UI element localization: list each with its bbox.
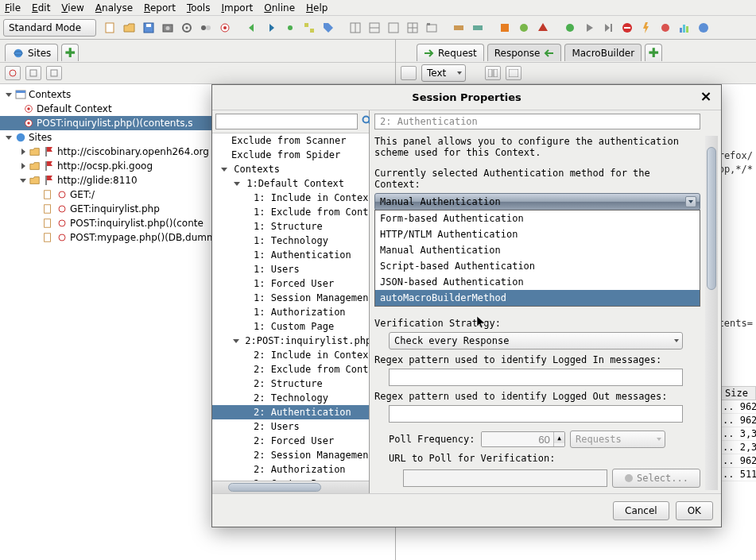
menu-edit[interactable]: Edit (32, 2, 50, 14)
select-button[interactable]: Select... (612, 469, 700, 488)
stop-block-icon[interactable] (619, 20, 635, 36)
layout-4-icon[interactable] (405, 20, 421, 36)
menu-import[interactable]: Import (221, 2, 253, 14)
tree-item[interactable]: 2: Technology (212, 391, 369, 405)
expander-icon[interactable] (19, 148, 27, 156)
auth-method-combo[interactable]: Manual Authentication (374, 193, 700, 210)
record-red-icon[interactable] (657, 20, 673, 36)
view-mode-select[interactable]: Text (421, 64, 466, 82)
context-export-icon[interactable] (46, 66, 62, 80)
dropdown-option[interactable]: Manual Authentication (375, 242, 700, 258)
menu-report[interactable]: Report (144, 2, 176, 14)
tree-item[interactable]: 1: Users (212, 262, 369, 276)
tree-item-selected[interactable]: 2: Authentication (212, 405, 369, 419)
tree-item-ctx2[interactable]: 2:POST:inquirylist.php( (212, 334, 369, 348)
tree-item[interactable]: 1: Session Managemen (212, 291, 369, 305)
split-single-icon[interactable] (506, 66, 521, 80)
spinner-down-icon[interactable]: ▾ (553, 443, 564, 447)
tree-item-ctx1[interactable]: 1:Default Context (212, 176, 369, 191)
new-session-icon[interactable] (103, 20, 118, 36)
target-icon[interactable] (217, 20, 233, 36)
addon-green-icon[interactable] (516, 20, 532, 36)
layout-2-icon[interactable] (366, 20, 382, 36)
dialog-titlebar[interactable]: Session Properties × (212, 85, 721, 110)
bolt-icon[interactable] (638, 20, 654, 36)
menu-file[interactable]: File (5, 2, 21, 14)
expander-icon[interactable] (19, 162, 27, 170)
addon-red-icon[interactable] (535, 20, 551, 36)
toggle-icon[interactable] (198, 20, 214, 36)
dialog-tree[interactable]: Exclude from Scanner Exclude from Spider… (212, 133, 369, 481)
chart-icon[interactable] (677, 20, 692, 36)
spider-green-icon[interactable] (282, 20, 298, 36)
tab-add[interactable]: ✚ (61, 44, 79, 61)
poll-unit-combo[interactable]: Requests (570, 431, 665, 448)
vertical-scrollbar[interactable] (705, 136, 718, 490)
play-icon[interactable] (581, 20, 597, 36)
close-icon[interactable]: × (699, 90, 713, 104)
tree-item[interactable]: 2: Users (212, 419, 369, 434)
ok-button[interactable]: OK (676, 501, 713, 520)
context-import-icon[interactable] (25, 66, 41, 80)
dropdown-option-selected[interactable]: autoMacroBuilderMethod (375, 290, 700, 306)
mode-select[interactable]: Standard Mode (3, 19, 96, 37)
expander-icon[interactable] (233, 180, 241, 187)
tree-item[interactable]: 1: Structure (212, 219, 369, 234)
expander-icon[interactable] (233, 337, 239, 345)
browser-icon[interactable] (696, 20, 711, 36)
tree-item[interactable]: Exclude from Scanner (212, 133, 369, 148)
tab-response[interactable]: Response (487, 44, 562, 61)
tree-item[interactable]: 1: Exclude from Cont (212, 205, 369, 219)
save-icon[interactable] (141, 20, 157, 36)
step-icon[interactable] (600, 20, 616, 36)
expand-icon[interactable] (301, 20, 317, 36)
cancel-button[interactable]: Cancel (613, 501, 669, 520)
open-icon[interactable] (122, 20, 138, 36)
view-back-icon[interactable] (401, 66, 417, 80)
arrow-left-green-icon[interactable] (244, 20, 260, 36)
tab-layout-icon[interactable] (424, 20, 440, 36)
regex-logged-in-input[interactable] (389, 369, 683, 386)
tab-request[interactable]: Request (417, 44, 484, 61)
menu-help[interactable]: Help (306, 2, 328, 14)
tree-item[interactable]: 2: Authorization (212, 462, 369, 477)
tree-item[interactable]: 1: Technology (212, 234, 369, 248)
tree-item[interactable]: 2: Exclude from Cont (212, 362, 369, 377)
expander-icon[interactable] (19, 176, 27, 184)
dropdown-option[interactable]: Script-based Authentication (375, 258, 700, 274)
scrollbar-thumb[interactable] (228, 483, 321, 492)
tab-macrobuilder[interactable]: MacroBuilder (564, 44, 642, 61)
menu-analyse[interactable]: Analyse (95, 2, 133, 14)
tree-item[interactable]: 1: Include in Contex (212, 191, 369, 205)
snapshot-icon[interactable] (160, 20, 176, 36)
menu-online[interactable]: Online (264, 2, 295, 14)
split-h-icon[interactable] (485, 66, 501, 80)
tab-add-right[interactable]: ✚ (645, 44, 662, 61)
expander-icon[interactable] (5, 133, 13, 141)
tree-item[interactable]: 2: Forced User (212, 434, 369, 448)
tree-item[interactable]: 1: Forced User (212, 276, 369, 291)
tree-item-contexts[interactable]: Contexts (212, 162, 369, 176)
expander-icon[interactable] (5, 91, 13, 98)
tree-item[interactable]: 1: Authentication (212, 248, 369, 262)
tree-item[interactable]: 2: Include in Contex (212, 348, 369, 362)
expander-icon[interactable] (220, 165, 228, 173)
layout-3-icon[interactable] (386, 20, 401, 36)
menu-tools[interactable]: Tools (187, 2, 211, 14)
record-green-icon[interactable] (562, 20, 578, 36)
menu-view[interactable]: View (61, 2, 83, 14)
addon-orange-icon[interactable] (497, 20, 513, 36)
tree-item[interactable]: Exclude from Spider (212, 148, 369, 162)
search-input[interactable] (215, 114, 358, 129)
break-response-icon[interactable] (470, 20, 486, 36)
tree-item[interactable]: 1: Custom Page (212, 319, 369, 334)
context-new-icon[interactable] (5, 66, 21, 80)
tab-sites[interactable]: Sites (5, 44, 58, 61)
dropdown-option[interactable]: Form-based Authentication (375, 210, 700, 226)
verification-combo[interactable]: Check every Response (389, 332, 683, 350)
tree-item[interactable]: 2: Structure (212, 377, 369, 391)
dropdown-option[interactable]: HTTP/NTLM Authentication (375, 226, 700, 242)
gear-icon[interactable] (179, 20, 195, 36)
tag-blue-icon[interactable] (320, 20, 336, 36)
arrow-right-blue-icon[interactable] (263, 20, 279, 36)
